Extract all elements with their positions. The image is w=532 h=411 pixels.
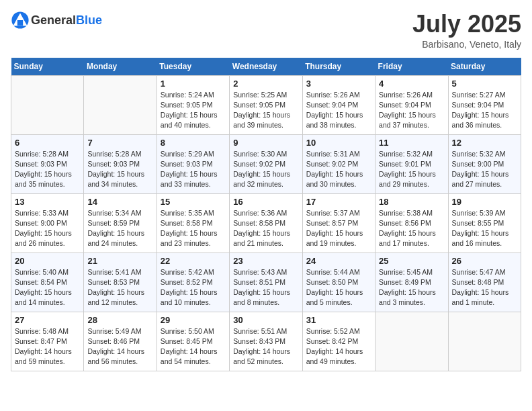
day-info: Sunrise: 5:26 AM Sunset: 9:04 PM Dayligh…: [306, 90, 371, 131]
weekday-header-sunday: Sunday: [11, 58, 84, 76]
day-info: Sunrise: 5:41 AM Sunset: 8:53 PM Dayligh…: [87, 267, 152, 308]
calendar-cell: 10Sunrise: 5:31 AM Sunset: 9:02 PM Dayli…: [302, 134, 375, 193]
day-number: 27: [15, 315, 80, 325]
calendar-cell: 18Sunrise: 5:38 AM Sunset: 8:56 PM Dayli…: [375, 193, 448, 253]
calendar-cell: 22Sunrise: 5:42 AM Sunset: 8:52 PM Dayli…: [157, 253, 229, 312]
day-info: Sunrise: 5:47 AM Sunset: 8:48 PM Dayligh…: [452, 267, 517, 308]
day-info: Sunrise: 5:34 AM Sunset: 8:59 PM Dayligh…: [87, 208, 152, 249]
day-number: 20: [15, 256, 80, 266]
calendar-cell: 26Sunrise: 5:47 AM Sunset: 8:48 PM Dayli…: [448, 253, 521, 312]
calendar-cell: 6Sunrise: 5:28 AM Sunset: 9:03 PM Daylig…: [11, 134, 84, 193]
day-info: Sunrise: 5:49 AM Sunset: 8:46 PM Dayligh…: [87, 326, 152, 367]
day-number: 14: [87, 197, 152, 207]
logo: GeneralBlue: [11, 11, 102, 30]
calendar-week-1: 1Sunrise: 5:24 AM Sunset: 9:05 PM Daylig…: [11, 75, 521, 134]
day-info: Sunrise: 5:31 AM Sunset: 9:02 PM Dayligh…: [306, 149, 371, 190]
day-info: Sunrise: 5:24 AM Sunset: 9:05 PM Dayligh…: [161, 90, 226, 131]
calendar-week-3: 13Sunrise: 5:33 AM Sunset: 9:00 PM Dayli…: [11, 193, 521, 253]
calendar-cell: 24Sunrise: 5:44 AM Sunset: 8:50 PM Dayli…: [302, 253, 375, 312]
day-info: Sunrise: 5:28 AM Sunset: 9:03 PM Dayligh…: [87, 149, 152, 190]
day-number: 11: [379, 138, 444, 148]
calendar-cell: 2Sunrise: 5:25 AM Sunset: 9:05 PM Daylig…: [230, 75, 302, 134]
day-number: 3: [306, 79, 371, 89]
day-info: Sunrise: 5:52 AM Sunset: 8:42 PM Dayligh…: [306, 326, 371, 367]
calendar-week-4: 20Sunrise: 5:40 AM Sunset: 8:54 PM Dayli…: [11, 253, 521, 312]
day-info: Sunrise: 5:44 AM Sunset: 8:50 PM Dayligh…: [306, 267, 371, 308]
calendar-cell: 11Sunrise: 5:32 AM Sunset: 9:01 PM Dayli…: [375, 134, 448, 193]
day-number: 24: [306, 256, 371, 266]
weekday-header-saturday: Saturday: [448, 58, 521, 76]
day-info: Sunrise: 5:25 AM Sunset: 9:05 PM Dayligh…: [233, 90, 298, 131]
day-info: Sunrise: 5:26 AM Sunset: 9:04 PM Dayligh…: [379, 90, 444, 131]
calendar-week-2: 6Sunrise: 5:28 AM Sunset: 9:03 PM Daylig…: [11, 134, 521, 193]
day-info: Sunrise: 5:33 AM Sunset: 9:00 PM Dayligh…: [15, 208, 80, 249]
calendar-cell: 28Sunrise: 5:49 AM Sunset: 8:46 PM Dayli…: [84, 312, 157, 371]
day-info: Sunrise: 5:36 AM Sunset: 8:58 PM Dayligh…: [233, 208, 298, 249]
day-info: Sunrise: 5:43 AM Sunset: 8:51 PM Dayligh…: [233, 267, 298, 308]
calendar-cell: 1Sunrise: 5:24 AM Sunset: 9:05 PM Daylig…: [157, 75, 229, 134]
day-number: 25: [379, 256, 444, 266]
calendar-cell: [375, 312, 448, 371]
calendar-cell: 25Sunrise: 5:45 AM Sunset: 8:49 PM Dayli…: [375, 253, 448, 312]
day-number: 15: [161, 197, 226, 207]
weekday-header-friday: Friday: [375, 58, 448, 76]
day-number: 10: [306, 138, 371, 148]
weekday-row: SundayMondayTuesdayWednesdayThursdayFrid…: [11, 58, 521, 76]
logo-text-general: General: [31, 13, 76, 27]
calendar-cell: 17Sunrise: 5:37 AM Sunset: 8:57 PM Dayli…: [302, 193, 375, 253]
day-info: Sunrise: 5:29 AM Sunset: 9:03 PM Dayligh…: [161, 149, 226, 190]
day-info: Sunrise: 5:32 AM Sunset: 9:00 PM Dayligh…: [452, 149, 517, 190]
day-info: Sunrise: 5:39 AM Sunset: 8:55 PM Dayligh…: [452, 208, 517, 249]
day-info: Sunrise: 5:30 AM Sunset: 9:02 PM Dayligh…: [233, 149, 298, 190]
calendar-body: 1Sunrise: 5:24 AM Sunset: 9:05 PM Daylig…: [11, 75, 521, 371]
day-info: Sunrise: 5:45 AM Sunset: 8:49 PM Dayligh…: [379, 267, 444, 308]
day-info: Sunrise: 5:28 AM Sunset: 9:03 PM Dayligh…: [15, 149, 80, 190]
calendar-header: SundayMondayTuesdayWednesdayThursdayFrid…: [11, 58, 521, 76]
calendar-cell: 8Sunrise: 5:29 AM Sunset: 9:03 PM Daylig…: [157, 134, 229, 193]
day-number: 29: [161, 315, 226, 325]
calendar-cell: 31Sunrise: 5:52 AM Sunset: 8:42 PM Dayli…: [302, 312, 375, 371]
svg-rect-2: [17, 20, 23, 26]
calendar-cell: 14Sunrise: 5:34 AM Sunset: 8:59 PM Dayli…: [84, 193, 157, 253]
day-info: Sunrise: 5:40 AM Sunset: 8:54 PM Dayligh…: [15, 267, 80, 308]
calendar-cell: 5Sunrise: 5:27 AM Sunset: 9:04 PM Daylig…: [448, 75, 521, 134]
day-number: 31: [306, 315, 371, 325]
calendar-cell: 9Sunrise: 5:30 AM Sunset: 9:02 PM Daylig…: [230, 134, 302, 193]
day-info: Sunrise: 5:27 AM Sunset: 9:04 PM Dayligh…: [452, 90, 517, 131]
calendar-cell: [448, 312, 521, 371]
day-number: 4: [379, 79, 444, 89]
page-header: GeneralBlue July 2025 Barbisano, Veneto,…: [11, 11, 521, 50]
day-number: 18: [379, 197, 444, 207]
day-number: 23: [233, 256, 298, 266]
calendar-cell: 7Sunrise: 5:28 AM Sunset: 9:03 PM Daylig…: [84, 134, 157, 193]
calendar-cell: 20Sunrise: 5:40 AM Sunset: 8:54 PM Dayli…: [11, 253, 84, 312]
day-number: 8: [161, 138, 226, 148]
day-number: 6: [15, 138, 80, 148]
calendar-cell: 16Sunrise: 5:36 AM Sunset: 8:58 PM Dayli…: [230, 193, 302, 253]
day-number: 2: [233, 79, 298, 89]
weekday-header-thursday: Thursday: [302, 58, 375, 76]
day-info: Sunrise: 5:38 AM Sunset: 8:56 PM Dayligh…: [379, 208, 444, 249]
day-number: 22: [161, 256, 226, 266]
calendar-cell: [84, 75, 157, 134]
calendar-week-5: 27Sunrise: 5:48 AM Sunset: 8:47 PM Dayli…: [11, 312, 521, 371]
calendar-cell: 27Sunrise: 5:48 AM Sunset: 8:47 PM Dayli…: [11, 312, 84, 371]
calendar-cell: 21Sunrise: 5:41 AM Sunset: 8:53 PM Dayli…: [84, 253, 157, 312]
day-number: 21: [87, 256, 152, 266]
day-info: Sunrise: 5:50 AM Sunset: 8:45 PM Dayligh…: [161, 326, 226, 367]
day-number: 16: [233, 197, 298, 207]
title-block: July 2025 Barbisano, Veneto, Italy: [412, 11, 521, 50]
day-number: 30: [233, 315, 298, 325]
calendar-cell: 19Sunrise: 5:39 AM Sunset: 8:55 PM Dayli…: [448, 193, 521, 253]
calendar-cell: 4Sunrise: 5:26 AM Sunset: 9:04 PM Daylig…: [375, 75, 448, 134]
day-info: Sunrise: 5:32 AM Sunset: 9:01 PM Dayligh…: [379, 149, 444, 190]
day-info: Sunrise: 5:48 AM Sunset: 8:47 PM Dayligh…: [15, 326, 80, 367]
logo-text-blue: Blue: [76, 13, 102, 27]
weekday-header-tuesday: Tuesday: [157, 58, 229, 76]
weekday-header-wednesday: Wednesday: [230, 58, 302, 76]
day-number: 28: [87, 315, 152, 325]
calendar-cell: [11, 75, 84, 134]
calendar-cell: 13Sunrise: 5:33 AM Sunset: 9:00 PM Dayli…: [11, 193, 84, 253]
calendar-cell: 12Sunrise: 5:32 AM Sunset: 9:00 PM Dayli…: [448, 134, 521, 193]
calendar-cell: 15Sunrise: 5:35 AM Sunset: 8:58 PM Dayli…: [157, 193, 229, 253]
